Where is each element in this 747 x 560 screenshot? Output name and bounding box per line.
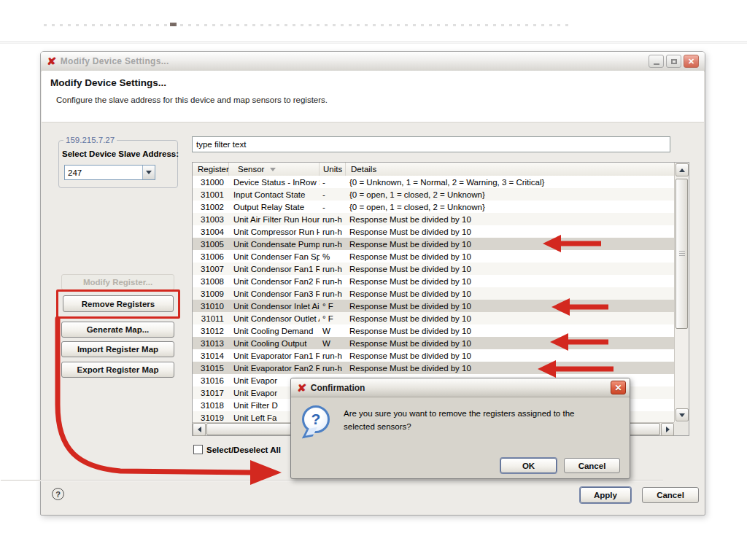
arrow-down-icon (679, 413, 685, 417)
page-title: Modify Device Settings... (50, 77, 166, 88)
scrollbar-corner (674, 422, 689, 435)
cancel-button[interactable]: Cancel (642, 487, 699, 503)
confirmation-titlebar[interactable]: ✘ Confirmation ✕ (291, 378, 630, 397)
maximize-icon (671, 59, 677, 64)
confirmation-cancel-button[interactable]: Cancel (564, 458, 620, 473)
select-all-checkbox[interactable] (193, 445, 203, 454)
question-bubble-icon: ? (302, 405, 330, 433)
background-artifact-line2 (0, 43, 747, 44)
table-row[interactable]: 31004Unit Compressor Run Hoursrun-hRespo… (193, 225, 674, 238)
confirmation-close-button[interactable]: ✕ (611, 381, 626, 394)
cell-details: Response Must be divided by 10 (346, 364, 674, 373)
slave-address-select[interactable]: 247 (64, 165, 155, 180)
thumb-grip-icon (679, 251, 685, 257)
cell-units: run-h (320, 240, 346, 249)
import-register-map-button[interactable]: Import Register Map (61, 341, 174, 357)
page-background: ✘ Modify Device Settings... ✕ Modify Dev… (0, 0, 747, 560)
cell-details: Response Must be divided by 10 (346, 240, 674, 249)
cell-register: 31008 (193, 277, 229, 286)
cell-register: 31018 (193, 401, 229, 410)
cell-register: 31000 (193, 178, 229, 187)
cell-details: {0 = Unknown, 1 = Normal, 2 = Warning, 3… (346, 178, 674, 187)
table-row[interactable]: 31005Unit Condensate Pump Ru...run-hResp… (193, 238, 674, 250)
table-row[interactable]: 31009Unit Condensor Fan3 Run ...run-hRes… (193, 287, 674, 300)
help-button[interactable]: ? (52, 488, 64, 500)
ok-button[interactable]: OK (500, 458, 557, 473)
annotation-highlight-rectangle (56, 289, 180, 319)
cell-units: W (320, 339, 346, 348)
cell-register: 31006 (193, 252, 229, 261)
cell-units: - (320, 178, 346, 187)
cell-sensor: Unit Condensor Inlet Air Te... (229, 302, 320, 311)
combo-dropdown-button[interactable] (142, 166, 155, 179)
close-button[interactable]: ✕ (684, 55, 699, 68)
table-row[interactable]: 31002Output Relay State-{0 = open, 1 = c… (193, 201, 674, 213)
confirmation-dialog: ✘ Confirmation ✕ ? Are you sure you want… (290, 378, 630, 479)
modify-register-button[interactable]: Modify Register... (61, 274, 174, 290)
close-icon: ✕ (614, 383, 622, 393)
apply-button[interactable]: Apply (580, 487, 631, 503)
device-ip-label: 159.215.7.27 (63, 136, 117, 144)
window-titlebar[interactable]: ✘ Modify Device Settings... ✕ (41, 52, 705, 71)
cell-details: Response Must be divided by 10 (346, 228, 674, 236)
vertical-scrollbar-thumb[interactable] (676, 179, 688, 329)
maximize-button[interactable] (666, 55, 681, 68)
cell-register: 31017 (193, 389, 229, 397)
cell-details: Response Must be divided by 10 (346, 277, 674, 286)
cell-register: 31019 (193, 413, 229, 422)
cell-sensor: Unit Compressor Run Hours (229, 228, 320, 236)
vertical-scrollbar[interactable] (674, 163, 689, 422)
table-row[interactable]: 31014Unit Evaporator Fan1 Run ...run-hRe… (193, 349, 674, 362)
footer-divider (1, 480, 663, 481)
cell-sensor: Unit Cooling Output (229, 339, 320, 348)
dialog-header: Modify Device Settings... Configure the … (42, 71, 704, 122)
column-header-sensor[interactable]: Sensor (229, 163, 320, 176)
table-row[interactable]: 31015Unit Evaporator Fan2 Run ...run-hRe… (193, 362, 674, 374)
cell-details: Response Must be divided by 10 (346, 265, 674, 273)
slave-address-value: 247 (65, 168, 142, 177)
cell-sensor: Unit Evaporator Fan1 Run ... (229, 351, 320, 360)
cell-sensor: Unit Condensor Fan2 Run ... (229, 277, 320, 286)
background-artifact-dot (170, 23, 177, 26)
arrow-up-icon (679, 168, 685, 172)
column-header-details[interactable]: Details (346, 163, 674, 176)
scroll-down-button[interactable] (676, 408, 689, 421)
window-controls: ✕ (649, 55, 699, 68)
table-row[interactable]: 31003Unit Air Filter Run Hoursrun-hRespo… (193, 213, 674, 225)
table-row[interactable]: 31007Unit Condensor Fan1 Run ...run-hRes… (193, 262, 674, 275)
close-icon: ✕ (688, 58, 694, 66)
table-row[interactable]: 31000Device Status - InRow SC-{0 = Unkno… (193, 176, 674, 188)
export-register-map-button[interactable]: Export Register Map (61, 362, 174, 378)
table-row[interactable]: 31001Input Contact State-{0 = open, 1 = … (193, 188, 674, 201)
cell-units: run-h (320, 228, 346, 236)
table-row[interactable]: 31011Unit Condensor Outlet Air ...° FRes… (193, 312, 674, 324)
scroll-left-button[interactable] (193, 423, 206, 436)
table-row[interactable]: 31010Unit Condensor Inlet Air Te...° FRe… (193, 300, 674, 312)
cell-sensor: Unit Condensor Fan3 Run ... (229, 289, 320, 298)
cell-register: 31001 (193, 190, 229, 199)
table-row[interactable]: 31008Unit Condensor Fan2 Run ...run-hRes… (193, 275, 674, 287)
cell-sensor: Unit Condensate Pump Ru... (229, 240, 320, 249)
table-row[interactable]: 31006Unit Condenser Fan Speed%Response M… (193, 250, 674, 262)
table-row[interactable]: 31012Unit Cooling DemandWResponse Must b… (193, 324, 674, 337)
scroll-up-button[interactable] (676, 163, 689, 176)
cell-details: Response Must be divided by 10 (346, 289, 674, 298)
app-x-icon: ✘ (47, 56, 56, 66)
select-all-control: Select/Deselect All (193, 445, 281, 454)
column-header-register[interactable]: Register (193, 163, 229, 176)
cell-units: run-h (320, 277, 346, 286)
table-row[interactable]: 31013Unit Cooling OutputWResponse Must b… (193, 337, 674, 349)
cell-sensor: Unit Evaporator Fan2 Run ... (229, 364, 320, 373)
cell-details: Response Must be divided by 10 (346, 314, 674, 323)
cell-sensor: Unit Air Filter Run Hours (229, 215, 320, 224)
cell-units: run-h (320, 215, 346, 224)
cell-register: 31005 (193, 240, 229, 249)
cell-register: 31003 (193, 215, 229, 224)
minimize-button[interactable] (649, 55, 664, 68)
generate-map-button[interactable]: Generate Map... (61, 322, 174, 338)
cell-register: 31013 (193, 339, 229, 348)
cell-units: W (320, 327, 346, 335)
scroll-right-button[interactable] (661, 423, 674, 436)
filter-input[interactable] (192, 136, 670, 152)
column-header-units[interactable]: Units (320, 163, 346, 176)
